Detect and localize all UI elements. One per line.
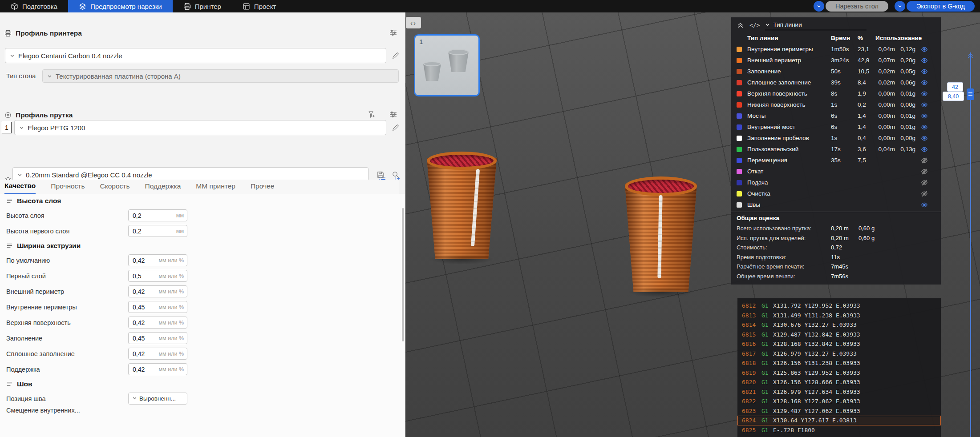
line-type-row[interactable]: Верхняя поверхность 8s 1,9 0,00m 0,01g — [731, 88, 941, 99]
setting-value-input[interactable]: 0,5 мм или % — [128, 270, 187, 282]
gcode-line[interactable]: 6814 G1 X130.676 Y132.27 E.03933 — [737, 320, 941, 330]
gcode-line[interactable]: 6823 G1 X129.487 Y127.062 E.03933 — [737, 406, 941, 416]
line-type-row[interactable]: Швы — [731, 199, 941, 210]
line-type-row[interactable]: Внутренние периметры 1m50s 23,1 0,04m 0,… — [731, 44, 941, 55]
seam-position-select[interactable]: Выровненн... — [128, 393, 187, 405]
gcode-line[interactable]: 6821 G1 X126.979 Y127.634 E.03933 — [737, 387, 941, 397]
line-type-name: Верхняя поверхность — [747, 90, 831, 97]
line-type-row[interactable]: Внешний периметр 3m24s 42,9 0,07m 0,20g — [731, 55, 941, 66]
visibility-eye-icon[interactable] — [919, 112, 930, 120]
visibility-eye-icon[interactable] — [919, 46, 930, 53]
sidebar-scrollbar[interactable] — [402, 208, 404, 341]
line-type-row[interactable]: Заполнение пробелов 1s 0,4 0,00m 0,00g — [731, 132, 941, 144]
visibility-eye-icon[interactable] — [919, 79, 930, 86]
collapse-legend-icon[interactable] — [737, 21, 744, 29]
legend-header-row: Тип линии Время % Использование — [731, 32, 941, 44]
view-mode-select[interactable]: Тип линии — [765, 20, 867, 30]
tab-project[interactable]: Проект — [232, 0, 287, 12]
export-gcode-button[interactable]: Экспорт в G-код — [907, 1, 975, 12]
line-type-row[interactable]: Мосты 6s 1,4 0,00m 0,01g — [731, 110, 941, 121]
gcode-line[interactable]: 6824 G1 X130.64 Y127.617 E.03813 — [737, 416, 941, 425]
tab-preview[interactable]: Предпросмотр нарезки — [68, 0, 173, 12]
tab-printer[interactable]: Принтер — [173, 0, 232, 12]
gcode-line[interactable]: 6820 G1 X126.156 Y128.666 E.03933 — [737, 377, 941, 387]
visibility-eye-icon[interactable] — [919, 179, 930, 186]
setting-value-input[interactable]: 0,42 мм или % — [128, 348, 187, 360]
gcode-line[interactable]: 6812 G1 X131.792 Y129.952 E.03933 — [737, 301, 941, 311]
visibility-eye-icon[interactable] — [919, 90, 930, 97]
plate-thumbnail[interactable]: 1 — [414, 34, 480, 96]
model-object-2[interactable] — [625, 176, 697, 292]
layer-slider-track[interactable] — [970, 52, 971, 437]
setting-value-input[interactable]: 0,42 мм или % — [128, 317, 187, 329]
gcode-view-icon[interactable]: </> — [749, 22, 760, 28]
visibility-eye-icon[interactable] — [919, 157, 930, 164]
visibility-eye-icon[interactable] — [919, 201, 930, 208]
model-object-1[interactable] — [427, 152, 497, 259]
setting-value-input[interactable]: 0,45 мм или % — [128, 332, 187, 344]
summary-row: Время подготовки: 11s — [731, 253, 941, 262]
gcode-line[interactable]: 6819 G1 X125.863 Y129.952 E.03933 — [737, 368, 941, 378]
filament-settings-icon[interactable] — [389, 111, 397, 120]
line-type-row[interactable]: Очистка — [731, 188, 941, 199]
line-type-row[interactable]: Перемещения 35s 7,5 — [731, 155, 941, 166]
gcode-line[interactable]: 6825 G1 E-.728 F1800 — [737, 425, 941, 435]
edit-printer-icon[interactable] — [392, 52, 400, 61]
tab-prepare[interactable]: Подготовка — [0, 0, 68, 12]
tab-speed[interactable]: Скорость — [100, 182, 130, 194]
printer-select[interactable]: Elegoo Centauri Carbon 0.4 nozzle — [5, 48, 386, 63]
slice-plate-button[interactable]: Нарезать стол — [826, 1, 888, 12]
line-type-row[interactable]: Подача — [731, 177, 941, 188]
collapse-sidebar-button[interactable]: ‹› — [406, 17, 421, 28]
tab-multimaterial[interactable]: ММ принтер — [196, 182, 235, 194]
line-type-name: Внешний периметр — [747, 57, 831, 64]
bed-type-select[interactable]: Текстурированная пластина (сторона A) — [42, 69, 399, 83]
visibility-eye-icon[interactable] — [919, 168, 930, 175]
visibility-eye-icon[interactable] — [919, 68, 930, 75]
gcode-line[interactable]: 6818 G1 X126.156 Y131.238 E.03933 — [737, 358, 941, 368]
gcode-line[interactable]: 6817 G1 X126.979 Y132.27 E.03933 — [737, 349, 941, 359]
setting-value-input[interactable]: 0,2 мм — [128, 209, 187, 221]
gcode-line[interactable]: 6822 G1 X128.168 Y127.062 E.03933 — [737, 397, 941, 406]
summary-value-1: 0,72 — [831, 244, 859, 251]
visibility-eye-icon[interactable] — [919, 146, 930, 153]
visibility-eye-icon[interactable] — [919, 135, 930, 142]
filament-select[interactable]: Elegoo PETG 1200 — [14, 120, 386, 135]
slice-dropdown-button[interactable] — [814, 1, 824, 12]
gcode-command: G1 — [761, 302, 773, 309]
filament-slot-number[interactable]: 1 — [2, 122, 12, 133]
visibility-eye-icon[interactable] — [919, 124, 930, 131]
tab-others[interactable]: Прочее — [251, 182, 274, 194]
line-type-weight: 0,05g — [899, 68, 919, 75]
gcode-line[interactable]: 6815 G1 X129.487 Y132.842 E.03933 — [737, 330, 941, 340]
line-type-name: Подача — [747, 179, 831, 186]
line-type-row[interactable]: Пользовательский 17s 3,6 0,04m 0,13g — [731, 144, 941, 155]
setting-value-input[interactable]: 0,42 мм или % — [128, 285, 187, 297]
setting-value-input[interactable]: 0,45 мм или % — [128, 301, 187, 313]
export-dropdown-button[interactable] — [895, 1, 905, 12]
visibility-eye-icon[interactable] — [919, 57, 930, 64]
tab-quality[interactable]: Качество — [4, 182, 36, 194]
gcode-line[interactable]: 6816 G1 X128.168 Y132.842 E.03933 — [737, 339, 941, 349]
line-type-color-swatch — [737, 136, 742, 141]
layer-slider-top-handle[interactable] — [967, 52, 974, 60]
setting-value-input[interactable]: 0,2 мм — [128, 225, 187, 237]
edit-filament-icon[interactable] — [392, 124, 400, 133]
save-preset-icon[interactable] — [377, 171, 385, 180]
visibility-eye-icon[interactable] — [919, 101, 930, 108]
search-preset-icon[interactable] — [392, 171, 400, 180]
printer-settings-icon[interactable] — [389, 29, 397, 38]
tab-support[interactable]: Поддержка — [145, 182, 181, 194]
line-type-row[interactable]: Внутренний мост 6s 1,4 0,00m 0,01g — [731, 121, 941, 132]
filament-flow-icon[interactable] — [367, 111, 375, 120]
line-type-row[interactable]: Нижняя поверхность 1s 0,2 0,00m 0,00g — [731, 99, 941, 110]
line-type-row[interactable]: Заполнение 50s 10,5 0,02m 0,05g — [731, 66, 941, 77]
layer-slider-handle[interactable] — [967, 88, 974, 100]
setting-value-input[interactable]: 0,42 мм или % — [128, 363, 187, 375]
line-type-row[interactable]: Откат — [731, 166, 941, 177]
gcode-line[interactable]: 6813 G1 X131.499 Y131.238 E.03933 — [737, 311, 941, 321]
line-type-row[interactable]: Сплошное заполнение 39s 8,4 0,02m 0,06g — [731, 77, 941, 88]
visibility-eye-icon[interactable] — [919, 190, 930, 197]
tab-strength[interactable]: Прочность — [51, 182, 85, 194]
setting-value-input[interactable]: 0,42 мм или % — [128, 254, 187, 266]
